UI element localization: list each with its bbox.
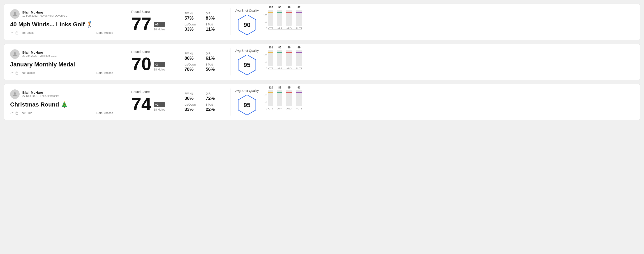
bar-axis-label: PUTT (296, 27, 302, 30)
bar-wrap (286, 10, 292, 26)
weather-icon (10, 31, 14, 35)
score-holes: 18 Holes (154, 28, 165, 31)
stat-gir: GIR 83% (206, 12, 222, 21)
user-meta: 12 Feb 2022 · Royal North Devon GC (22, 14, 68, 17)
round-card: Blair McHarg 12 Feb 2022 · Royal North D… (4, 3, 640, 40)
tee-row: Tee: Blue Data: Arccos (10, 111, 113, 115)
stat-gir-label: GIR (206, 92, 222, 95)
user-row: Blair McHarg 29 Jan 2022 · Mill Ride GCC (10, 49, 113, 59)
svg-rect-9 (16, 112, 18, 114)
bar-value: 95 (288, 86, 290, 89)
bar-value: 101 (268, 46, 273, 49)
user-info: Blair McHarg 12 Feb 2022 · Royal North D… (22, 10, 68, 17)
bar-col-ott: 110 OTT (268, 86, 273, 110)
score-section: Round Score 74 +2 18 Holes (131, 90, 181, 114)
bar-chart: 100 50 0 107 OTT 95 (263, 9, 634, 34)
bar-value: 95 (278, 6, 281, 9)
y-label-100: 100 (263, 14, 267, 17)
data-source: Data: Arccos (96, 71, 113, 75)
bar-value: 110 (268, 86, 273, 89)
avatar (10, 89, 20, 99)
score-number: 77 (131, 15, 151, 33)
stat-fw-hit: FW Hit 57% (184, 12, 201, 21)
stat-updown-label: Up/Down (184, 63, 201, 66)
y-label-100: 100 (263, 54, 267, 57)
bar-col-app: 87 APP (277, 86, 282, 110)
stat-oneputt-value: 11% (206, 26, 222, 32)
round-title: Christmas Round 🎄 (10, 101, 113, 108)
stats-section: FW Hit 36% GIR 72% Up/Down 33% 1 Putt 22… (181, 92, 226, 112)
stat-fw-hit-label: FW Hit (184, 12, 201, 15)
y-label-0: 0 (266, 27, 267, 30)
bar-axis-label: APP (277, 67, 282, 70)
stat-fw-hit-value: 57% (184, 15, 201, 21)
stat-fw-hit: FW Hit 86% (184, 52, 201, 61)
user-meta: 29 Jan 2022 · Mill Ride GCC (22, 54, 56, 57)
data-source: Data: Arccos (96, 31, 113, 34)
divider (125, 8, 125, 35)
bar-axis-label: OTT (268, 27, 273, 30)
score-badge-col: +5 18 Holes (154, 22, 165, 33)
bar-wrap (277, 10, 282, 26)
user-meta: 27 Dec 2021 · The Oxfordshire (22, 94, 59, 98)
hexagon-container: Avg Shot Quality 95 (235, 89, 259, 115)
bar-col-arg: 96 ARG (286, 46, 292, 70)
weather-icon (10, 71, 14, 75)
bar-col-app: 95 APP (277, 6, 282, 30)
score-label: Round Score (131, 50, 181, 54)
stat-fw-hit-label: FW Hit (184, 52, 201, 55)
y-label-0: 0 (266, 67, 267, 70)
bar-value: 87 (278, 86, 281, 89)
stat-oneputt: 1 Putt 56% (206, 63, 222, 72)
weather-icon (10, 111, 14, 115)
stat-oneputt: 1 Putt 11% (206, 23, 222, 32)
score-badge: -2 (154, 62, 165, 67)
bar-value: 93 (298, 86, 300, 89)
chart-bars: 101 OTT 86 APP 96 (268, 50, 302, 74)
avatar (10, 49, 20, 59)
bar-value: 107 (268, 6, 273, 9)
bar-wrap (268, 10, 273, 26)
bar-col-putt: 82 PUTT (296, 6, 302, 30)
bag-icon (15, 71, 19, 75)
round-title: January Monthly Medal (10, 61, 113, 68)
stats-section: FW Hit 86% GIR 61% Up/Down 78% 1 Putt 56… (181, 52, 226, 72)
svg-text:90: 90 (244, 21, 250, 28)
bar-col-arg: 95 ARG (286, 86, 292, 110)
left-section: Blair McHarg 29 Jan 2022 · Mill Ride GCC… (10, 49, 118, 75)
score-badge: +5 (154, 22, 165, 27)
y-label-50: 50 (264, 61, 267, 63)
y-label-50: 50 (264, 101, 267, 103)
svg-text:95: 95 (244, 102, 250, 109)
stat-gir-value: 72% (206, 96, 222, 101)
svg-point-8 (14, 92, 16, 94)
round-card: Blair McHarg 29 Jan 2022 · Mill Ride GCC… (4, 44, 640, 80)
tee-row: Tee: Black Data: Arccos (10, 31, 113, 35)
bar-col-arg: 98 ARG (286, 6, 292, 30)
score-label: Round Score (131, 10, 181, 13)
hexagon: 90 (237, 15, 257, 35)
stat-oneputt-label: 1 Putt (206, 23, 222, 26)
quality-section: Avg Shot Quality 95 100 50 0 101 (235, 49, 634, 75)
score-number: 70 (131, 55, 151, 73)
stats-grid: FW Hit 86% GIR 61% Up/Down 78% 1 Putt 56… (184, 52, 222, 72)
stat-gir-label: GIR (206, 52, 222, 55)
bag-icon (15, 31, 19, 35)
avatar (10, 9, 20, 19)
bar-col-app: 86 APP (277, 46, 282, 70)
bar-chart: 100 50 0 110 OTT 87 (263, 90, 634, 114)
stat-gir: GIR 61% (206, 52, 222, 61)
stat-fw-hit-value: 86% (184, 56, 201, 61)
bar-axis-label: OTT (268, 67, 273, 70)
chart-container: 100 50 0 101 OTT 86 (263, 50, 634, 74)
stat-fw-hit-value: 36% (184, 96, 201, 101)
bar-wrap (296, 50, 302, 66)
tee-label: Tee: Black (20, 31, 34, 34)
divider2 (230, 89, 231, 116)
divider (125, 89, 125, 116)
svg-rect-5 (16, 72, 18, 74)
bar-wrap (268, 90, 273, 106)
chart-container: 100 50 0 107 OTT 95 (263, 9, 634, 34)
hexagon: 95 (237, 95, 257, 115)
stat-fw-hit: FW Hit 36% (184, 92, 201, 101)
